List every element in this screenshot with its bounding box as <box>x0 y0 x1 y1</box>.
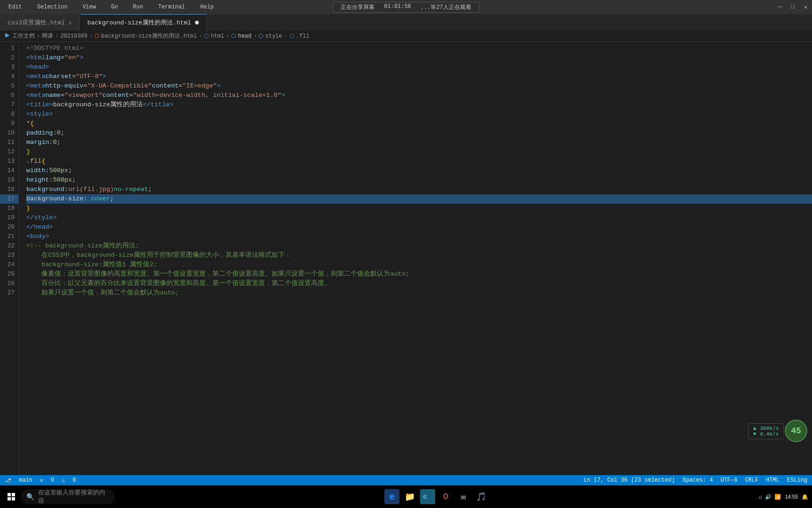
code-line-16: background: url(fll.jpg) no-repeat; <box>26 185 812 194</box>
taskbar-email-icon[interactable]: ✉ <box>456 489 471 504</box>
svg-rect-3 <box>12 497 15 500</box>
line-number-5: 5 <box>0 81 18 91</box>
code-line-18: } <box>26 204 812 213</box>
screen-share-indicator: 正在分享屏幕 01:01:58 ...等27人正在观看 <box>333 2 479 13</box>
git-branch-label: main <box>19 477 32 484</box>
line-ending[interactable]: CRLF <box>745 477 758 484</box>
avatar-label: 45 <box>791 426 801 436</box>
error-count: 0 <box>51 477 54 484</box>
search-taskbar[interactable]: 🔍 在这里输入你要搜索的内容 <box>21 489 115 504</box>
breadcrumb-fll[interactable]: .fll <box>296 33 310 40</box>
share-viewers: ...等27人正在观看 <box>421 3 471 11</box>
warning-icon: ⚠ <box>62 477 65 484</box>
cursor-position[interactable]: Ln 17, Col 36 (23 selected) <box>584 477 675 484</box>
taskbar-explorer-icon[interactable]: 📁 <box>402 489 417 504</box>
code-line-12: } <box>26 147 812 157</box>
tab-background-size[interactable]: background-size属性的用法.html <box>80 14 207 31</box>
menu-bar: Edit Selection View Go Run Terminal Help <box>5 3 218 11</box>
line-number-25: 25 <box>0 270 18 279</box>
line-number-10: 10 <box>0 128 18 138</box>
taskbar-office-icon[interactable]: O <box>438 489 453 504</box>
breadcrumb-workfolder[interactable]: 工作文档 <box>12 32 35 40</box>
line-number-9: 9 <box>0 119 18 128</box>
minimize-icon[interactable]: ─ <box>778 4 781 11</box>
code-line-17: background-size: cover; <box>26 194 812 204</box>
encoding[interactable]: UTF-8 <box>720 477 737 484</box>
avatar: 45 <box>785 420 807 442</box>
code-line-5: <meta http-equiv="X-UA-Compatible" conte… <box>26 81 812 91</box>
code-line-13: .fll{ <box>26 157 812 166</box>
line-number-24: 24 <box>0 260 18 270</box>
line-number-1: 1 <box>0 44 18 53</box>
breadcrumb-icon-html: ⬡ <box>94 32 99 40</box>
menu-go[interactable]: Go <box>107 3 121 11</box>
breadcrumb-file[interactable]: background-size属性的用法.html <box>101 32 197 40</box>
close-icon[interactable]: ✕ <box>804 4 807 11</box>
notification-icon[interactable]: 🔔 <box>802 494 808 500</box>
tray-icons: ⌂ 🔊 📶 <box>759 494 781 500</box>
breadcrumb-head[interactable]: head <box>238 33 251 40</box>
code-line-26: 百分比：以父元素的百分比来设置背景图像的宽度和高度。第一个值设置宽度，第二个值设… <box>26 279 812 288</box>
breadcrumb-icon-htmltag: ⬡ <box>204 32 209 40</box>
code-line-22: <!-- background-size属性的用法: <box>26 241 812 251</box>
line-number-14: 14 <box>0 166 18 175</box>
taskbar-left: 🔍 在这里输入你要搜索的内容 <box>4 489 115 504</box>
status-bar: ⎇ main ✕ 0 ⚠ 0 Ln 17, Col 36 (23 selecte… <box>0 475 812 485</box>
line-number-17: 17 <box>0 194 18 204</box>
tab-css3[interactable]: css3背景属性.html ✕ <box>0 14 80 31</box>
code-line-7: <title>background-size属性的用法</title> <box>26 100 812 110</box>
menu-terminal[interactable]: Terminal <box>154 3 189 11</box>
line-number-21: 21 <box>0 232 18 241</box>
code-line-23: 在CSS3中，background-size属性用于控制背景图像的大小，其基本语… <box>26 251 812 260</box>
code-line-25: 像素值：设置背景图像的高度和宽度。第一个值设置宽度，第二个值设置高度。如果只设置… <box>26 270 812 279</box>
search-placeholder: 在这里输入你要搜索的内容 <box>38 488 109 505</box>
menu-run[interactable]: Run <box>129 3 147 11</box>
line-number-15: 15 <box>0 175 18 185</box>
tab-background-size-label: background-size属性的用法.html <box>87 18 191 27</box>
breadcrumb-html[interactable]: html <box>211 33 224 40</box>
error-icon: ✕ <box>40 477 43 484</box>
maximize-icon[interactable]: □ <box>791 4 795 11</box>
code-line-21: <body> <box>26 232 812 241</box>
share-label: 正在分享屏幕 <box>341 3 375 11</box>
code-line-11: margin: 0; <box>26 138 812 147</box>
status-right: Ln 17, Col 36 (23 selected) Spaces: 4 UT… <box>584 477 807 484</box>
code-content[interactable]: <!DOCTYPE html><html lang="en"><head> <m… <box>19 42 812 475</box>
line-number-2: 2 <box>0 53 18 63</box>
search-icon: 🔍 <box>26 493 34 501</box>
line-number-3: 3 <box>0 63 18 72</box>
code-line-1: <!DOCTYPE html> <box>26 44 812 53</box>
menu-help[interactable]: Help <box>196 3 218 11</box>
svg-rect-0 <box>8 493 11 496</box>
tab-css3-close[interactable]: ✕ <box>69 20 72 26</box>
line-number-7: 7 <box>0 100 18 110</box>
taskbar-vscode-icon[interactable] <box>420 489 435 504</box>
indent-spaces[interactable]: Spaces: 4 <box>682 477 713 484</box>
editor-area: 1234567891011121314151617181920212223242… <box>0 42 812 475</box>
code-line-15: height:500px; <box>26 175 812 185</box>
taskbar-music-icon[interactable]: 🎵 <box>474 489 489 504</box>
code-line-3: <head> <box>26 63 812 72</box>
breadcrumb-webcourse[interactable]: 网课 <box>42 32 53 40</box>
breadcrumb-icon-style: ⬡ <box>258 32 263 40</box>
line-number-26: 26 <box>0 279 18 288</box>
code-line-2: <html lang="en"> <box>26 53 812 63</box>
code-line-10: padding: 0; <box>26 128 812 138</box>
menu-selection[interactable]: Selection <box>33 3 71 11</box>
taskbar-edge-icon[interactable]: e <box>384 489 399 504</box>
tab-bar: css3背景属性.html ✕ background-size属性的用法.htm… <box>0 14 812 31</box>
taskbar-center: e 📁 O ✉ 🎵 <box>384 489 489 504</box>
breadcrumb-date[interactable]: 20210309 <box>60 33 87 40</box>
language-mode[interactable]: HTML <box>766 477 780 484</box>
menu-edit[interactable]: Edit <box>5 3 26 11</box>
svg-rect-1 <box>12 493 15 496</box>
start-button[interactable] <box>4 489 19 504</box>
code-line-4: <meta charset="UTF-8"> <box>26 72 812 81</box>
breadcrumb-style[interactable]: style <box>265 33 282 40</box>
breadcrumb-icon-fll: ⬡ <box>289 32 294 40</box>
linting[interactable]: ESLing <box>787 477 807 484</box>
breadcrumb: ⯈ 工作文档 › 网课 › 20210309 › ⬡ background-si… <box>0 31 812 42</box>
line-number-23: 23 <box>0 251 18 260</box>
line-number-4: 4 <box>0 72 18 81</box>
menu-view[interactable]: View <box>79 3 100 11</box>
